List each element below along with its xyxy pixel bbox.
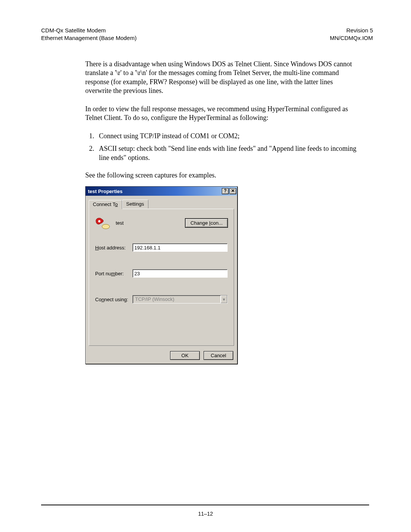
paragraph-1: There is a disadvantage when using Windo… <box>85 60 358 96</box>
connect-using-value: TCP/IP (Winsock) <box>133 296 220 303</box>
port-label-post: ber: <box>115 271 124 276</box>
change-icon-button[interactable]: Change Icon... <box>185 219 228 227</box>
cancel-button[interactable]: Cancel <box>204 351 233 360</box>
host-label-ul: H <box>95 245 99 251</box>
help-button[interactable]: ? <box>222 188 229 194</box>
tab-connect-to-label-pre: Connect T <box>93 201 115 207</box>
chevron-down-icon: ▼ <box>220 296 227 303</box>
host-address-label: Host address: <box>95 245 132 251</box>
tab-settings[interactable]: Settings <box>122 200 148 208</box>
header-section: Ethernet Management (Base Modem) <box>41 34 137 42</box>
tab-connect-to[interactable]: Connect To <box>89 200 122 209</box>
port-label-ul: m <box>111 271 115 276</box>
dialog-title: test Properties <box>88 189 221 194</box>
phone-icon <box>95 216 110 230</box>
change-icon-post: con... <box>210 220 223 226</box>
header-revision: Revision 5 <box>330 27 373 34</box>
header-docid: MN/CDMQx.IOM <box>330 34 373 42</box>
ok-button[interactable]: OK <box>170 351 200 360</box>
change-icon-pre: Change <box>190 220 209 226</box>
dialog-titlebar[interactable]: test Properties ? ✕ <box>86 187 237 196</box>
page-header: CDM-Qx Satellite Modem Ethernet Manageme… <box>41 27 373 42</box>
port-number-input[interactable] <box>132 269 228 278</box>
step-1: Connect using TCP/IP instead of COM1 or … <box>96 131 358 141</box>
caption: See the following screen captures for ex… <box>85 171 358 179</box>
host-label-post: ost address: <box>99 245 126 251</box>
tab-settings-label: Settings <box>126 201 144 207</box>
tab-panel-connect-to: test Change Icon... Host address: Port n… <box>89 209 234 346</box>
steps-list: Connect using TCP/IP instead of COM1 or … <box>85 131 358 162</box>
connect-label-post: nect using: <box>104 297 128 302</box>
step-2: ASCII setup: check both "Send line ends … <box>96 144 358 163</box>
tab-strip: Connect To Settings <box>86 196 237 209</box>
properties-dialog: test Properties ? ✕ Connect To Settings <box>85 186 237 364</box>
tab-connect-to-label-ul: o <box>115 201 118 207</box>
port-label-pre: Port nu <box>95 271 111 276</box>
svg-point-1 <box>98 220 100 222</box>
connect-using-label: Connect using: <box>95 297 132 302</box>
close-button[interactable]: ✕ <box>229 188 236 194</box>
paragraph-2: In order to view the full response messa… <box>85 105 358 123</box>
port-number-label: Port number: <box>95 271 132 276</box>
page-number: 11–12 <box>0 511 411 517</box>
footer-rule <box>41 505 369 505</box>
connection-name: test <box>116 220 185 226</box>
header-product: CDM-Qx Satellite Modem <box>41 27 137 34</box>
connect-label-pre: Co <box>95 297 102 302</box>
host-address-input[interactable] <box>132 243 228 252</box>
connect-label-ul: n <box>102 297 104 302</box>
connect-using-select[interactable]: TCP/IP (Winsock) ▼ <box>132 295 228 304</box>
svg-point-0 <box>102 224 110 229</box>
